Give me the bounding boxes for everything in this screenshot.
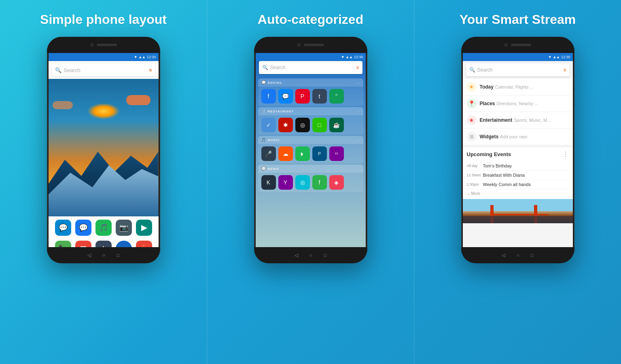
more-link[interactable]: ⌄ More [467, 191, 569, 196]
phone1-app-row2: 📞 ✉ t ○ 📍 [49, 239, 159, 247]
music-icon: 🎵 [261, 138, 266, 142]
app-spotify[interactable]: 🎵 [95, 220, 112, 236]
wallpaper [49, 79, 159, 216]
app-starbucks[interactable]: ☕ [329, 118, 344, 132]
phone-1: ▼ ▲▲ 12:30 🔍 Search ≡ 💬 💬 🎵 [47, 37, 160, 263]
phone2-speaker [304, 44, 324, 46]
app-square[interactable]: □ [312, 118, 327, 132]
more-options-icon[interactable]: ⋮ [562, 150, 569, 158]
phone3-screen: ▼ ▲▲ 12:30 🔍 Search ≡ ☀ Today [463, 53, 573, 247]
status-signal2: ▼ ▲▲ [341, 55, 353, 59]
star-icon: ★ [469, 117, 474, 123]
app-crackle[interactable]: ◎ [295, 118, 310, 132]
phone2-status-bar: ▼ ▲▲ 12:30 [256, 53, 366, 61]
social-icon: 💬 [261, 80, 266, 85]
panel-simple-layout: Simple phone layout ▼ ▲▲ 12:30 🔍 Search … [0, 0, 207, 364]
recents-button[interactable]: □ [117, 252, 119, 258]
app-feedly[interactable]: f [312, 175, 327, 190]
search-placeholder3: Search [477, 67, 564, 73]
search-icon2: 🔍 [262, 65, 268, 70]
mountain-snow [49, 144, 159, 216]
recents-button2[interactable]: □ [324, 252, 326, 258]
phone2-bottom-bar: ◁ ○ □ [254, 247, 367, 263]
widgets-sub: Add your own [500, 134, 527, 139]
phone-3: ▼ ▲▲ 12:30 🔍 Search ≡ ☀ Today [461, 37, 574, 263]
app-gmail[interactable]: ✉ [75, 241, 91, 247]
category-social: 💬 SOCIAL ⌄ f 💬 P t " [258, 78, 363, 106]
home-button[interactable]: ○ [102, 252, 105, 258]
app-wunderlist[interactable]: ✓ [261, 118, 276, 132]
phone1-top [47, 37, 160, 53]
app-yahoo-music[interactable]: Y! [329, 146, 344, 161]
app-spotify2[interactable]: ⏵ [295, 146, 310, 161]
app-messenger[interactable]: 💬 [75, 220, 91, 236]
recents-button3[interactable]: □ [531, 252, 534, 258]
app-maps[interactable]: 📍 [136, 241, 152, 247]
menu-icon3: ≡ [563, 67, 566, 73]
category-music: 🎵 MUSIC ⌄ 🎤 ☁ ⏵ P Y! [258, 136, 363, 163]
music-label: MUSIC [268, 138, 357, 142]
phone1-app-row1: 💬 💬 🎵 📷 ▶ [49, 216, 159, 239]
phone3-search-bar[interactable]: 🔍 Search ≡ [466, 63, 570, 76]
app-messenger2[interactable]: 💬 [278, 89, 293, 104]
home-button2[interactable]: ○ [309, 252, 312, 258]
restaurant-chevron: ⌄ [357, 109, 360, 113]
back-button2[interactable]: ◁ [295, 252, 298, 258]
back-button[interactable]: ◁ [87, 252, 91, 258]
gate-cable2 [506, 214, 549, 215]
news-apps: K Y ◎ f ◈ [258, 173, 363, 192]
app-phone[interactable]: 📞 [55, 241, 71, 247]
app-hangouts[interactable]: 💬 [55, 220, 71, 236]
event-time-allday: All day [467, 164, 483, 168]
restaurant-apps: ✓ ✱ ◎ □ ☕ [258, 115, 363, 135]
event-time-130: 1:30pm [467, 182, 483, 186]
stream-item-entertainment[interactable]: ★ Entertainment Sports, Music, M... [463, 112, 573, 129]
app-hangouts2[interactable]: " [329, 89, 344, 104]
app-news3[interactable]: ◎ [295, 175, 310, 190]
app-camera[interactable]: 📷 [116, 220, 132, 236]
news-icon: 💬 [261, 167, 266, 171]
upcoming-title: Upcoming Events [467, 151, 511, 157]
app-pandora[interactable]: P [312, 146, 327, 161]
home-button3[interactable]: ○ [517, 252, 519, 258]
music-apps: 🎤 ☁ ⏵ P Y! [258, 144, 363, 163]
stream-item-today[interactable]: ☀ Today Calendar, Flights ... [463, 79, 573, 95]
phone1-search-bar[interactable]: 🔍 Search ≡ [52, 63, 155, 76]
app-yahoo-news[interactable]: Y [278, 175, 293, 190]
app-yelp[interactable]: ✱ [278, 118, 293, 132]
app-chrome[interactable]: ○ [116, 241, 132, 247]
social-label: SOCIAL [268, 81, 357, 85]
phone2-search-bar[interactable]: 🔍 Search ≡ [259, 61, 362, 74]
app-music1[interactable]: 🎤 [261, 146, 276, 161]
app-tumblr2[interactable]: t [312, 89, 327, 104]
cloud2 [53, 101, 73, 109]
phone2-screen: ▼ ▲▲ 12:30 🔍 Search ≡ 💬 SOCIAL [256, 53, 366, 247]
app-tumblr[interactable]: t [95, 241, 112, 247]
app-facebook[interactable]: f [261, 89, 276, 104]
grid-icon: ⊞ [470, 134, 474, 140]
more-label: More [471, 191, 481, 196]
chevron-down-icon: ⌄ [467, 191, 470, 196]
stream-item-places[interactable]: 📍 Places Directions, Nearby ... [463, 95, 573, 112]
sun-glow [87, 103, 120, 119]
app-pocket[interactable]: ◈ [329, 175, 344, 190]
stream-item-widgets[interactable]: ⊞ Widgets Add your own [463, 129, 573, 145]
phone2-camera [297, 43, 301, 47]
today-sub: Calendar, Flights ... [495, 85, 534, 89]
phone1-speaker [97, 44, 117, 46]
places-icon: 📍 [467, 99, 477, 108]
event-name-breakfast: Breakfast With Diana [483, 173, 525, 178]
phone1-bottom-bar: ◁ ○ □ [47, 247, 160, 263]
upcoming-events-section: Upcoming Events ⋮ All day Tom's Birthday… [463, 147, 573, 199]
app-pinterest[interactable]: P [295, 89, 310, 104]
status-time: 12:30 [147, 55, 156, 59]
status-time3: 12:30 [561, 55, 570, 59]
news-label: NEWS [268, 167, 357, 171]
search-placeholder: Search [64, 67, 149, 73]
app-play[interactable]: ▶ [136, 220, 152, 236]
app-kindle[interactable]: K [261, 175, 276, 190]
back-button3[interactable]: ◁ [502, 252, 505, 258]
app-soundcloud[interactable]: ☁ [278, 146, 293, 161]
event-name-birthday: Tom's Birthday [483, 163, 512, 168]
event-breakfast: 11:30am Breakfast With Diana [467, 171, 569, 180]
